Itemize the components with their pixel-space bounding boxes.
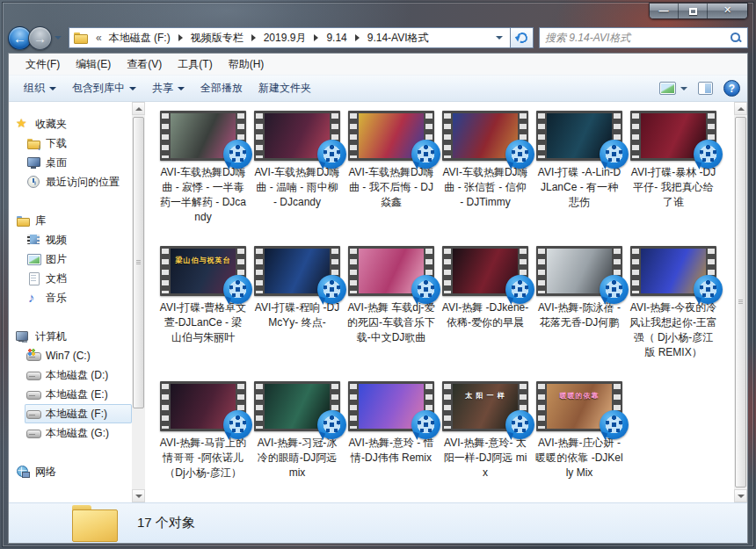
breadcrumb-overflow[interactable]: «	[96, 32, 102, 44]
scrollbar-thumb[interactable]	[735, 117, 746, 488]
toolbar-button-label: 新建文件夹	[258, 81, 311, 96]
sidebar-item-label: 文档	[46, 271, 67, 286]
menu-item[interactable]: 编辑(E)	[68, 54, 119, 75]
file-name: AVI-热舞-意玲 - 惜情-DJ伟伟 Remix	[347, 436, 435, 466]
sidebar-item-Win7 (C:)[interactable]: Win7 (C:)	[25, 346, 132, 365]
breadcrumb-item[interactable]: 视频版专栏	[187, 29, 247, 47]
menu-item[interactable]: 帮助(H)	[221, 54, 273, 75]
sidebar-section-网络[interactable]: 网络	[14, 462, 132, 481]
video-thumbnail	[630, 111, 716, 161]
scroll-down-button[interactable]	[132, 489, 145, 502]
toolbar-button[interactable]: 全部播放	[193, 77, 251, 99]
refresh-button[interactable]	[511, 27, 534, 48]
address-dropdown-button[interactable]	[491, 28, 508, 47]
sidebar-item-本地磁盘 (F:)[interactable]: 本地磁盘 (F:)	[25, 404, 132, 423]
down-arrow-icon: ↓	[37, 142, 41, 152]
menu-item[interactable]: 工具(T)	[170, 54, 220, 75]
disk-icon	[26, 387, 40, 401]
menu-item[interactable]: 文件(F)	[18, 54, 68, 75]
breadcrumb-item[interactable]: 9.14	[323, 30, 350, 46]
sidebar-scrollbar[interactable]	[132, 102, 145, 502]
sidebar-item-本地磁盘 (E:)[interactable]: 本地磁盘 (E:)	[25, 385, 132, 404]
sidebar-item-本地磁盘 (D:)[interactable]: 本地磁盘 (D:)	[25, 365, 132, 385]
scrollbar-track[interactable]	[734, 115, 747, 489]
back-arrow-icon: ←	[13, 31, 26, 46]
search-box[interactable]: 搜索 9.14-AVI格式	[539, 27, 748, 48]
toolbar-button[interactable]: 组织	[16, 77, 64, 99]
file-item[interactable]: AVI-打碟 -A-Lin-DJLanCe - 有一种悲伤	[535, 111, 623, 241]
file-name: AVI-打碟-曹格卓文萱-DJLanCe - 梁山伯与朱丽叶	[159, 300, 247, 345]
file-item[interactable]: AVI-打碟-暴林 -DJ平仔- 我把真心给了谁	[629, 111, 717, 241]
maximize-button[interactable]	[679, 4, 708, 18]
file-item[interactable]: AVI-热舞-习冠-冰冷的眼睛-DJ阿远 mix	[253, 381, 341, 502]
help-button[interactable]: ?	[723, 80, 740, 97]
menu-item[interactable]: 查看(V)	[119, 54, 170, 75]
sidebar-item-最近访问的位置[interactable]: 最近访问的位置	[25, 172, 132, 191]
file-name: AVI-车载热舞DJ嗨曲 - 张信哲 - 信仰 - DJTimmy	[441, 165, 529, 210]
file-name: AVI-热舞 车载dj-爱的死囚-车载音乐下载-中文DJ歌曲	[347, 300, 435, 345]
file-item[interactable]: AVI-热舞 车载dj-爱的死囚-车载音乐下载-中文DJ歌曲	[347, 246, 435, 376]
sidebar-item-文档[interactable]: 文档	[25, 269, 132, 288]
computer-icon	[16, 329, 30, 343]
sidebar-section-计算机[interactable]: 计算机	[14, 327, 132, 346]
video-thumbnail	[254, 246, 340, 296]
sidebar-item-label: 桌面	[46, 155, 67, 170]
sidebar-item-下载[interactable]: ↓下载	[25, 134, 132, 153]
toolbar-button-label: 全部播放	[200, 81, 243, 96]
toolbar-button[interactable]: 包含到库中	[64, 77, 144, 99]
sidebar-item-音乐[interactable]: 音乐	[25, 288, 132, 307]
file-item[interactable]: AVI-热舞-马背上的情哥哥 -阿依诺儿（Dj小杨-彦江）	[159, 381, 247, 502]
file-item[interactable]: AVI-热舞-陈泳蓓 -花落无香-DJ何鹏	[535, 246, 623, 376]
chevron-down-icon	[129, 87, 136, 90]
sidebar-section-库[interactable]: 库	[14, 211, 132, 230]
files-scrollbar[interactable]	[734, 102, 747, 502]
address-bar[interactable]: « 本地磁盘 (F:)视频版专栏2019.9月9.149.14-AVI格式	[69, 27, 511, 48]
forward-button[interactable]: →	[28, 26, 52, 50]
network-icon	[16, 465, 30, 479]
video-thumbnail	[442, 111, 528, 161]
breadcrumb-separator-icon	[251, 34, 256, 41]
close-button[interactable]: ✕	[708, 4, 747, 18]
file-name: AVI-热舞-陈泳蓓 -花落无香-DJ何鹏	[535, 300, 623, 330]
video-thumbnail	[442, 246, 528, 296]
sidebar-item-视频[interactable]: 视频	[25, 230, 132, 249]
media-player-badge-icon	[223, 410, 252, 439]
scrollbar-track[interactable]	[132, 115, 145, 489]
breadcrumb-item[interactable]: 9.14-AVI格式	[364, 29, 433, 47]
file-item[interactable]: AVI-打碟-程响 -DJMcYy- 终点-	[253, 246, 341, 376]
sidebar-item-桌面[interactable]: 桌面	[25, 153, 132, 172]
file-item[interactable]: AVI-车载热舞DJ嗨曲 - 寂悸 - 一半毒药一半解药 - DJcandy	[159, 111, 247, 241]
sidebar-item-label: 本地磁盘 (E:)	[46, 387, 108, 402]
minimize-button[interactable]: —	[650, 4, 679, 18]
sidebar-item-本地磁盘 (G:)[interactable]: 本地磁盘 (G:)	[25, 423, 132, 443]
file-item[interactable]: 梁山伯与祝英台AVI-打碟-曹格卓文萱-DJLanCe - 梁山伯与朱丽叶	[159, 246, 247, 376]
toolbar-button[interactable]: 新建文件夹	[251, 77, 319, 99]
sidebar-item-图片[interactable]: 图片	[25, 249, 132, 269]
file-item[interactable]: AVI-车载热舞DJ嗨曲 - 温喃 - 雨中柳 - DJcandy	[253, 111, 341, 241]
scroll-down-button[interactable]	[734, 489, 747, 502]
change-view-button[interactable]	[659, 82, 687, 95]
toolbar-button[interactable]: 共享	[144, 77, 193, 99]
file-item[interactable]: AVI-车载热舞DJ嗨曲 - 我不后悔 - DJ焱鑫	[347, 111, 435, 241]
scroll-up-button[interactable]	[734, 102, 747, 115]
recent-pages-dropdown[interactable]	[55, 32, 65, 44]
file-item[interactable]: AVI-热舞 -DJkene-依稀-爱你的早晨	[441, 246, 529, 376]
file-item[interactable]: 太 阳 一 样AVI-热舞-意玲- 太阳一样-DJ阿远 mix	[441, 381, 529, 502]
video-thumbnail	[160, 111, 246, 161]
file-item[interactable]: AVI-热舞-意玲 - 惜情-DJ伟伟 Remix	[347, 381, 435, 502]
search-input[interactable]: 搜索 9.14-AVI格式	[545, 31, 730, 46]
media-player-badge-icon	[317, 140, 346, 169]
sidebar-item-label: 图片	[46, 252, 67, 267]
media-player-badge-icon	[600, 275, 629, 304]
breadcrumb-item[interactable]: 本地磁盘 (F:)	[105, 29, 174, 47]
file-item[interactable]: 暖暖的依靠AVI-热舞-庄心妍 - 暖暖的依靠 -DJKelly Mix	[535, 381, 623, 502]
scrollbar-thumb[interactable]	[133, 117, 144, 408]
breadcrumb-item[interactable]: 2019.9月	[260, 29, 310, 47]
file-name: AVI-热舞-意玲- 太阳一样-DJ阿远 mix	[441, 436, 529, 480]
breadcrumb-separator-icon	[314, 34, 318, 41]
file-item[interactable]: AVI-车载热舞DJ嗨曲 - 张信哲 - 信仰 - DJTimmy	[441, 111, 529, 241]
sidebar-section-收藏夹[interactable]: 收藏夹	[14, 114, 132, 134]
preview-pane-button[interactable]	[698, 82, 713, 95]
file-item[interactable]: AVI-热舞-今夜的冷风让我想起你-王富强（ Dj小杨-彦江版 REMIX）	[629, 246, 717, 376]
scroll-up-button[interactable]	[132, 102, 145, 115]
